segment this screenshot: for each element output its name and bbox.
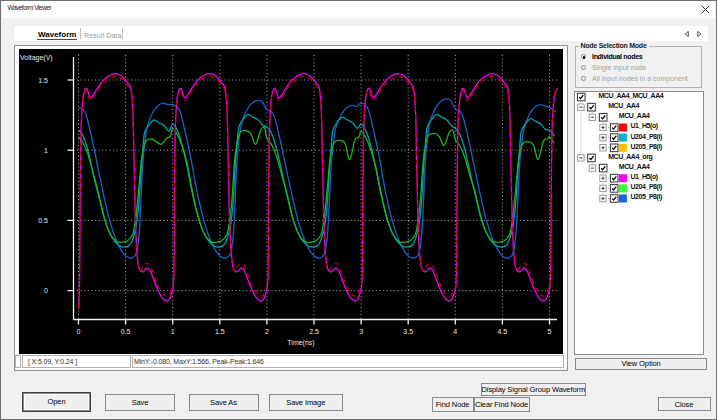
svg-text:1: 1 bbox=[44, 147, 48, 154]
svg-text:3: 3 bbox=[359, 328, 363, 335]
svg-text:1.5: 1.5 bbox=[215, 328, 225, 335]
svg-text:1.5: 1.5 bbox=[38, 77, 48, 84]
svg-text:0: 0 bbox=[77, 328, 81, 335]
svg-text:2.5: 2.5 bbox=[309, 328, 319, 335]
svg-text:1: 1 bbox=[171, 328, 175, 335]
svg-text:0.5: 0.5 bbox=[38, 217, 48, 224]
svg-text:0.5: 0.5 bbox=[121, 328, 131, 335]
svg-text:Time(ns): Time(ns) bbox=[287, 339, 314, 347]
svg-text:Voltage(V): Voltage(V) bbox=[20, 54, 53, 62]
svg-text:3.5: 3.5 bbox=[403, 328, 413, 335]
svg-text:4.5: 4.5 bbox=[498, 328, 508, 335]
svg-text:5: 5 bbox=[548, 328, 552, 335]
svg-text:4: 4 bbox=[453, 328, 457, 335]
svg-text:2: 2 bbox=[265, 328, 269, 335]
svg-text:0: 0 bbox=[44, 287, 48, 294]
